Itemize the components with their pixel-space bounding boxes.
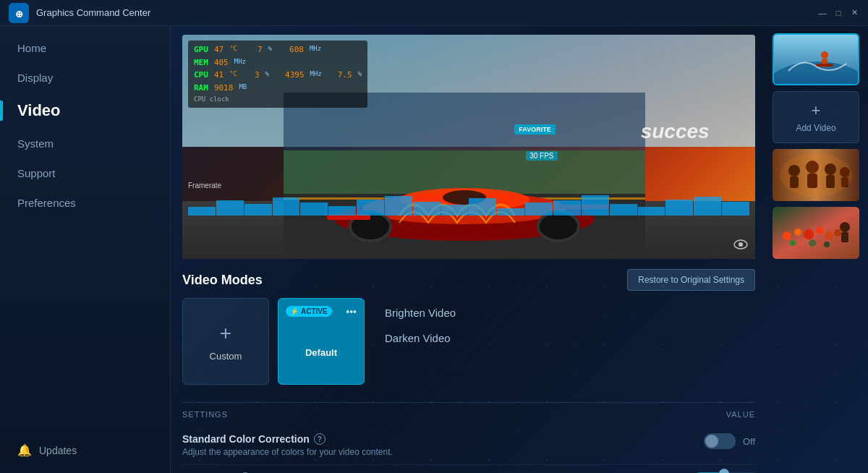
thumbnail-surf[interactable] — [773, 33, 859, 85]
cpu-unit: °C — [229, 69, 237, 82]
cpu2-unit: % — [265, 69, 269, 82]
svg-point-34 — [794, 229, 801, 236]
svg-point-38 — [834, 229, 841, 236]
default-label: Default — [305, 347, 337, 358]
sidebar-item-video[interactable]: Video — [0, 93, 170, 129]
race-car-svg — [284, 93, 645, 252]
svg-text:⊕: ⊕ — [15, 9, 23, 20]
mode-cards: + Custom ⚡ ACTIVE ••• Default — [182, 298, 365, 385]
bar-col-20 — [722, 202, 749, 216]
thumbnail-people[interactable] — [773, 149, 859, 201]
bar-col-17 — [638, 207, 665, 216]
settings-row-brightness: Brightness ? — [182, 465, 755, 473]
settings-row-color: Standard Color Correction ? Adjust the a… — [182, 426, 755, 465]
cpu2-value: 3 — [255, 69, 260, 82]
gpu-unit: °C — [229, 43, 237, 56]
sidebar-label-support: Support — [17, 167, 56, 179]
gpu-label: GPU — [194, 43, 208, 56]
mode-menu-button[interactable]: ••• — [346, 306, 357, 318]
mem-label: MEM — [194, 56, 208, 69]
thumb-market-bg — [773, 207, 859, 259]
settings-color-right: Off — [668, 433, 755, 449]
bar-col-1 — [188, 207, 216, 216]
sidebar-label-display: Display — [17, 72, 53, 84]
settings-section: SETTINGS VALUE Standard Color Correction… — [182, 402, 755, 473]
main-content: GPU 47 °C 7 % 608 MHz ME — [171, 26, 868, 473]
svg-point-40 — [809, 239, 816, 247]
video-modes-header: Video Modes Restore to Original Settings — [182, 269, 755, 291]
svg-point-10 — [538, 212, 579, 241]
cpu-label: CPU — [194, 69, 208, 82]
lightning-icon: ⚡ — [290, 307, 299, 315]
settings-color-desc: Adjust the appearance of colors for your… — [182, 447, 668, 457]
sidebar-item-system[interactable]: System — [0, 129, 170, 158]
bar-col-9 — [413, 202, 441, 216]
sidebar-item-support[interactable]: Support — [0, 158, 170, 188]
hud-overlay: GPU 47 °C 7 % 608 MHz ME — [188, 41, 367, 108]
updates-label: Updates — [39, 445, 77, 456]
cpu3-unit: MHz — [310, 69, 322, 82]
sidebar-updates[interactable]: 🔔 Updates — [0, 435, 170, 466]
eye-icon[interactable] — [733, 238, 748, 253]
thumb-surf-bg — [774, 35, 858, 84]
custom-label: Custom — [210, 351, 242, 362]
video-modes-title: Video Modes — [182, 273, 263, 288]
clock2-value: 608 — [289, 43, 304, 56]
toggle-knob — [705, 435, 718, 448]
svg-point-39 — [790, 240, 796, 246]
mode-card-default[interactable]: ⚡ ACTIVE ••• Default — [278, 298, 365, 385]
bar-col-11 — [469, 198, 496, 216]
mode-list-darken[interactable]: Darken Video — [379, 329, 461, 347]
clock1-unit: % — [268, 43, 272, 56]
sidebar-label-home: Home — [17, 42, 46, 54]
mode-list-brighten[interactable]: Brighten Video — [379, 304, 461, 322]
settings-color-title: Standard Color Correction ? — [182, 433, 668, 445]
minimize-button[interactable]: — — [817, 8, 827, 18]
mem-value: 405 — [214, 56, 229, 69]
ram-unit: MB — [239, 82, 247, 95]
bar-col-4 — [273, 197, 300, 216]
sidebar-item-preferences[interactable]: Preferences — [0, 188, 170, 218]
bar-col-13 — [525, 203, 553, 216]
add-video-button[interactable]: + Add Video — [773, 91, 859, 143]
brightness-slider-thumb[interactable] — [719, 469, 729, 473]
cpu-clock-label: CPU clock — [194, 94, 229, 104]
bar-col-6 — [328, 206, 356, 216]
svg-rect-20 — [816, 64, 833, 67]
mode-card-custom[interactable]: + Custom — [182, 298, 269, 385]
bar-col-14 — [553, 200, 581, 216]
restore-original-button[interactable]: Restore to Original Settings — [627, 269, 755, 291]
sidebar-label-preferences: Preferences — [17, 197, 76, 209]
thumbnail-market[interactable] — [773, 207, 859, 259]
svg-point-15 — [739, 242, 743, 247]
svg-point-33 — [783, 231, 791, 240]
sidebar-item-home[interactable]: Home — [0, 33, 170, 63]
close-button[interactable]: ✕ — [849, 8, 859, 18]
video-preview: GPU 47 °C 7 % 608 MHz ME — [182, 35, 755, 259]
thumbnail-panel: + Add Video — [767, 26, 868, 473]
bar-col-19 — [694, 197, 721, 216]
success-text: succes — [641, 120, 710, 143]
bell-icon: 🔔 — [17, 443, 32, 457]
window-controls: — □ ✕ — [817, 8, 859, 18]
maximize-button[interactable]: □ — [833, 8, 843, 18]
color-toggle[interactable] — [704, 433, 736, 449]
svg-point-42 — [840, 222, 850, 232]
svg-point-36 — [816, 227, 823, 234]
color-info-icon[interactable]: ? — [314, 433, 326, 445]
svg-point-31 — [780, 153, 852, 197]
clock2-unit: MHz — [310, 43, 321, 56]
framerate-label: Framerate — [188, 182, 221, 189]
value-header-label: VALUE — [726, 410, 755, 419]
thumb-people-bg — [773, 149, 859, 201]
sidebar-item-display[interactable]: Display — [0, 63, 170, 93]
custom-plus-icon: + — [220, 322, 231, 345]
active-badge-text: ACTIVE — [301, 307, 328, 315]
bar-col-16 — [610, 204, 637, 216]
bar-col-12 — [497, 208, 524, 216]
market-scene — [773, 207, 859, 259]
cpu3-value: 4395 — [285, 69, 305, 82]
bar-col-10 — [441, 205, 469, 216]
svg-point-41 — [824, 242, 830, 247]
settings-header-label: SETTINGS — [182, 410, 228, 419]
